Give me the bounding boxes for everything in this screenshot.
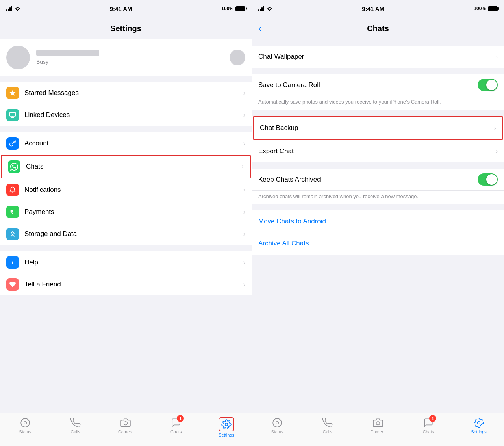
svg-point-6 [225,423,228,426]
right-group-archive: Keep Chats Archived Archived chats will … [252,169,504,204]
profile-name-bar [36,50,99,56]
linked-devices-label: Linked Devices [24,111,238,119]
tab-chats[interactable]: 1 Chats [151,417,201,434]
sidebar-item-invite[interactable]: Tell a Friend › [0,273,252,295]
chats-tab-label: Chats [170,429,182,434]
right-tab-bar: Status Calls Camera 1 Chats [252,413,504,446]
keep-archived-toggle[interactable] [478,173,498,186]
move-android-row[interactable]: Move Chats to Android [252,210,504,232]
left-time: 9:41 AM [110,6,132,12]
help-label: Help [24,258,238,266]
battery-fill [236,7,245,11]
svg-point-10 [478,422,480,424]
chevron-right-icon: › [242,163,244,170]
chevron-right-icon: › [243,230,245,238]
toggle-knob-2 [486,174,497,185]
chevron-right-icon: › [496,53,498,60]
archive-all-row[interactable]: Archive All Chats [252,232,504,255]
tab-camera[interactable]: Camera [101,417,151,434]
settings-group-3: i Help › Tell a Friend › [0,251,252,295]
back-button[interactable]: ‹ [258,23,261,34]
tab-calls[interactable]: Calls [50,417,101,434]
keep-archived-label: Keep Chats Archived [258,176,478,184]
storage-icon [6,228,19,240]
invite-label: Tell a Friend [24,281,238,288]
sidebar-item-notifications[interactable]: Notifications › [0,179,252,201]
save-camera-roll-label: Save to Camera Roll [258,81,478,89]
tab-status[interactable]: Status [0,417,50,434]
keep-archived-row[interactable]: Keep Chats Archived [252,169,504,191]
chevron-right-icon: › [243,89,245,97]
right-battery-icon [488,6,498,11]
right-status-tab-label: Status [271,429,283,434]
right-chats-tab-label: Chats [423,429,434,434]
svg-text:i: i [12,259,13,265]
right-page-title: Chats [367,24,389,33]
chat-wallpaper-row[interactable]: Chat Wallpaper › [252,46,504,68]
toggle-knob [486,80,497,90]
profile-status: Busy [36,59,48,65]
right-tab-calls[interactable]: Calls [302,417,353,434]
bell-icon [6,184,19,196]
chevron-right-icon: › [243,140,245,147]
right-chats-tab-icon: 1 [423,417,434,428]
sidebar-item-starred[interactable]: Starred Messages › [0,82,252,104]
right-status-tab-icon [272,417,283,428]
sidebar-item-payments[interactable]: ₹ Payments › [0,201,252,223]
archive-all-label: Archive All Chats [258,240,498,247]
settings-tab-icon [221,419,232,430]
right-tab-camera[interactable]: Camera [353,417,403,434]
right-panel: 9:41 AM 100% ‹ Chats Chat Wallpaper › Sa… [252,0,504,446]
sidebar-item-storage[interactable]: Storage and Data › [0,223,252,245]
sidebar-item-chats-highlighted[interactable]: Chats › [1,155,251,178]
right-camera-tab-label: Camera [370,429,385,434]
left-status-bar: 9:41 AM 100% [0,0,252,17]
right-group-actions: Move Chats to Android Archive All Chats [252,210,504,255]
tab-settings-active[interactable]: Settings [201,417,252,437]
chat-backup-row[interactable]: Chat Backup › [254,117,502,139]
sidebar-item-linked[interactable]: Linked Devices › [0,104,252,126]
camera-roll-toggle[interactable] [478,79,498,91]
keep-archived-description: Archived chats will remain archived when… [252,191,504,204]
right-calls-tab-label: Calls [323,429,332,434]
profile-section[interactable]: Busy [0,39,252,76]
svg-point-9 [376,422,380,425]
right-status-bar: 9:41 AM 100% [252,0,504,17]
svg-point-7 [273,418,282,427]
right-battery-percentage: 100% [474,6,486,11]
profile-info: Busy [36,50,223,65]
export-chat-row[interactable]: Export Chat › [252,140,504,162]
monitor-icon [6,109,19,121]
right-chats-badge: 1 [429,415,436,422]
signal-bars-icon-right [258,6,264,11]
right-tab-chats[interactable]: 1 Chats [403,417,454,434]
right-camera-tab-icon [372,417,384,428]
svg-point-5 [124,422,128,425]
info-icon: i [6,256,19,269]
battery-icon [235,6,245,11]
right-tab-status[interactable]: Status [252,417,302,434]
right-tab-settings[interactable]: Settings [454,417,504,434]
chevron-right-icon: › [243,112,245,119]
storage-label: Storage and Data [24,230,238,238]
chevron-right-icon: › [243,186,245,193]
right-calls-tab-icon [322,417,333,428]
chat-backup-label: Chat Backup [260,124,494,132]
battery-percentage: 100% [221,6,233,11]
qr-code-icon [230,50,245,65]
chevron-right-icon: › [496,148,498,155]
sidebar-item-chats[interactable]: Chats › [2,156,250,178]
save-camera-roll-row[interactable]: Save to Camera Roll [252,74,504,96]
svg-point-3 [21,418,30,427]
sidebar-item-account[interactable]: Account › [0,132,252,154]
chevron-right-icon: › [243,281,245,288]
export-chat-label: Export Chat [258,147,496,155]
left-page-title: Settings [110,24,141,33]
whatsapp-icon [8,160,20,173]
right-nav-header: ‹ Chats [252,17,504,39]
sidebar-item-help[interactable]: i Help › [0,251,252,273]
payments-label: Payments [24,208,238,216]
left-tab-bar: Status Calls Camera 1 Chats [0,413,252,446]
account-label: Account [24,139,238,147]
starred-messages-label: Starred Messages [24,89,238,97]
